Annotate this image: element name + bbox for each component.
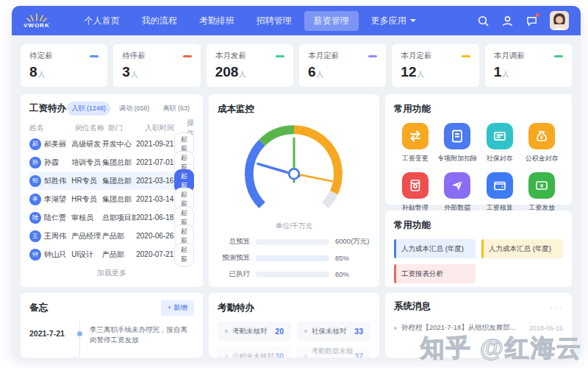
system-messages-panel: 系统消息 ··· 孙程程【2021-7-18】从组织发展部... 2018-06… <box>385 293 572 358</box>
money-bag-icon: ¥ <box>528 123 555 149</box>
nav-item-recruit[interactable]: 招聘管理 <box>247 11 301 31</box>
fn-special-deduction[interactable]: 专项附加扣除 <box>437 123 479 163</box>
nav-item-more-apps[interactable]: 更多应用 <box>362 11 426 31</box>
stat-value: 1人 <box>494 64 563 80</box>
stat-label: 本月发薪 <box>215 51 246 61</box>
table-row[interactable]: 王王周伟 产品经理 产品部 2020-06-26 起薪 <box>29 227 194 245</box>
fn-fund-seal[interactable]: ¥ 公积金封存 <box>521 123 564 163</box>
memo-panel: 备忘 + 新增 2021-7-21 李三离职手续未办理完，按自离岗暂停工资发放 <box>21 293 203 358</box>
stat-card-stop-salary: 待停薪 3人 <box>113 44 200 87</box>
chevron-down-icon <box>410 19 416 22</box>
more-options-icon[interactable]: ··· <box>550 302 563 312</box>
dash-icon <box>462 55 470 57</box>
attendance-item-data[interactable]: 考勤数据未核对 37 <box>297 347 370 358</box>
notification-badge <box>536 13 539 17</box>
stat-value: 208人 <box>215 64 284 80</box>
bullet-icon <box>225 330 228 333</box>
avatar: 王 <box>29 230 41 242</box>
nav-item-salary[interactable]: 薪资管理 <box>304 11 359 31</box>
load-more-button[interactable]: 加载更多 <box>29 268 194 278</box>
table-header: 姓名 岗位名称 部门 入职时间 操作 <box>29 121 194 135</box>
logo-text: VWORK <box>24 23 50 29</box>
sunburst-icon <box>26 13 48 22</box>
timeline <box>75 325 85 346</box>
count-badge: 37 <box>354 352 363 358</box>
link-hr-cost-annual-1[interactable]: 人力成本汇总 (年度) <box>394 239 476 258</box>
link-hr-cost-annual-2[interactable]: 人力成本汇总 (年度) <box>481 239 563 258</box>
stat-label: 本月定薪 <box>401 51 431 61</box>
attendance-item-social[interactable]: 社保未核对 33 <box>297 322 370 341</box>
nav-item-attendance[interactable]: 考勤排班 <box>190 11 244 31</box>
table-row[interactable]: 孙孙霞 培训专员 集团总部 2021-07-01 起薪 <box>29 153 194 171</box>
message-icon[interactable] <box>526 15 538 27</box>
avatar: 李 <box>29 194 41 205</box>
bullet-icon <box>225 355 228 358</box>
stat-value: 12人 <box>401 64 470 80</box>
user-icon[interactable] <box>501 15 514 27</box>
table-row[interactable]: 钟钟山只 UI设计 产品部 2020-07-21 起薪 <box>29 245 194 263</box>
fn-social-security-seal[interactable]: 社保封存 <box>478 123 521 163</box>
add-memo-button[interactable]: + 新增 <box>161 300 194 316</box>
document-icon <box>444 123 470 149</box>
payroll-tabs: 入职 (1248) 调动 (658) 离职 (63) <box>67 102 194 116</box>
fn-salary-change[interactable]: 工资变更 <box>394 123 437 163</box>
timeline-dot <box>77 331 82 336</box>
top-navbar: VWORK 个人首页 我的流程 考勤排班 招聘管理 薪资管理 更多应用 <box>12 6 581 35</box>
link-salary-report[interactable]: 工资报表分析 <box>394 264 476 283</box>
quick-links-panel: 常用功能 人力成本汇总 (年度) 人力成本汇总 (年度) 工资报表分析 <box>385 210 572 287</box>
avatar: 孙 <box>29 157 41 169</box>
vwork-logo[interactable]: VWORK <box>24 13 50 29</box>
table-row[interactable]: 郝郝美丽 高级研发 开发中心 2021-09-21 起薪 <box>29 135 194 153</box>
search-icon[interactable] <box>477 15 490 27</box>
wallet-icon <box>487 172 513 199</box>
stat-value: 8人 <box>29 64 98 80</box>
system-message-item[interactable]: 孙程程【2021-7-18】从组织发展部... 2018-06-15 <box>394 323 563 333</box>
tab-leave[interactable]: 离职 (63) <box>158 102 194 116</box>
cost-gauge-chart <box>227 117 361 220</box>
count-badge: 20 <box>275 327 284 336</box>
fn-subsidy-mgmt[interactable]: 补贴管理 <box>394 172 437 213</box>
stat-card-month-payout: 本月发薪 208人 <box>207 44 293 87</box>
red-packet-icon <box>402 172 429 199</box>
quick-functions-panel: 常用功能 工资变更 专项附加扣除 <box>385 94 572 205</box>
tab-transfer[interactable]: 调动 (658) <box>115 102 154 116</box>
fn-external-data[interactable]: 外部数据 <box>437 172 479 213</box>
count-badge: 30 <box>275 352 284 358</box>
memo-date: 2021-7-21 <box>29 325 75 346</box>
gauge-unit-label: 单位/千万元 <box>218 222 370 231</box>
table-row[interactable]: 李李湖望 HR专员 集团总部 2021-03-14 起薪 <box>29 190 194 208</box>
count-badge: 33 <box>354 327 363 336</box>
table-row-highlighted[interactable]: 邹邹胜伟 HR专员 集团总部 2021-03-16 起薪 <box>29 171 194 190</box>
panel-title: 工资特办 <box>29 102 66 115</box>
memo-entry[interactable]: 2021-7-21 李三离职手续未办理完，按自离岗暂停工资发放 <box>29 325 194 346</box>
start-salary-button[interactable]: 起薪 <box>174 243 194 266</box>
avatar: 郝 <box>29 138 41 150</box>
stat-label: 待停薪 <box>122 51 146 61</box>
stat-value: 3人 <box>122 64 191 80</box>
attendance-item-fund[interactable]: 公积金未核对 30 <box>218 347 291 358</box>
tab-onboard[interactable]: 入职 (1248) <box>67 102 110 116</box>
fn-salary-calc[interactable]: 工资核算 <box>478 172 521 213</box>
card-icon <box>487 123 513 149</box>
svg-text:¥: ¥ <box>540 183 544 189</box>
budget-bar-executed: 已执行 60% <box>218 269 370 279</box>
stat-value: 6人 <box>308 64 377 80</box>
attendance-item-check[interactable]: 考勤未核对 20 <box>218 322 291 341</box>
dashboard-app: VWORK 个人首页 我的流程 考勤排班 招聘管理 薪资管理 更多应用 <box>12 6 581 358</box>
swap-arrows-icon <box>402 123 429 149</box>
attendance-todo-panel: 考勤特办 考勤未核对 20 社保未核对 33 公积金未核对 30 <box>209 293 379 358</box>
memo-text: 李三离职手续未办理完，按自离岗暂停工资发放 <box>85 325 194 346</box>
table-row[interactable]: 陆陆仁贾 审核员 总部项目部 2021-06-18 起薪 <box>29 208 194 227</box>
bullet-icon <box>304 330 307 333</box>
stat-cards-row: 待定薪 8人 待停薪 3人 本月发薪 208人 本月定薪 6人 本月定薪 12人… <box>21 44 572 87</box>
stat-label: 本月调薪 <box>494 51 525 61</box>
budget-bar-total: 总预算 6000(万元) <box>218 237 370 247</box>
nav-item-home[interactable]: 个人首页 <box>75 11 129 31</box>
user-avatar[interactable] <box>550 11 569 30</box>
nav-right-icons <box>477 11 569 30</box>
nav-menu: 个人首页 我的流程 考勤排班 招聘管理 薪资管理 更多应用 <box>75 11 477 31</box>
nav-item-flows[interactable]: 我的流程 <box>132 11 187 31</box>
avatar: 陆 <box>29 212 41 224</box>
dash-icon <box>368 55 377 57</box>
fn-salary-payout[interactable]: ¥ 工资发放 <box>521 172 564 213</box>
